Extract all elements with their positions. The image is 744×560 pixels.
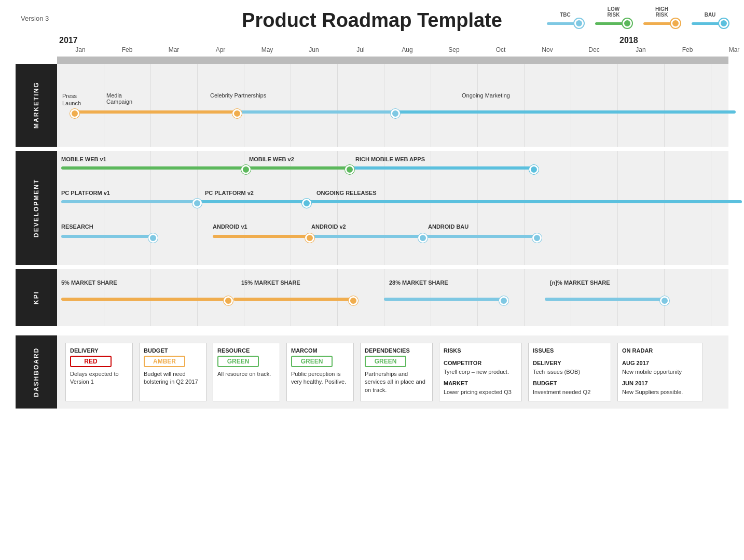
section-development-label: DEVELOPMENT xyxy=(16,151,57,265)
budget-title: BUDGET xyxy=(144,347,202,354)
pc-v2-label: PC PLATFORM v2 xyxy=(205,190,254,196)
risk-2-text: Lower pricing expected Q3 xyxy=(444,388,517,396)
issue-2-text: Investment needed Q2 xyxy=(533,388,607,396)
mobile-web-v2-bar xyxy=(245,166,349,170)
issues-card: ISSUES DELIVERY Tech issues (BOB) BUDGET… xyxy=(528,343,611,401)
marcom-text: Public perception is very healthy. Posit… xyxy=(291,370,349,386)
mobile-web-v1-label: MOBILE WEB v1 xyxy=(61,156,106,162)
radar-1-text: New mobile opportunity xyxy=(622,368,698,376)
budget-card: BUDGET AMBER Budget will need bolstering… xyxy=(139,343,206,401)
dot-press-launch xyxy=(70,109,79,118)
dependencies-card: DEPENDENCIES GREEN Partnerships and serv… xyxy=(360,343,433,401)
media-campaign-label: MediaCampaign xyxy=(106,92,132,105)
legend-high-risk-label: HIGHRISK xyxy=(655,6,668,18)
research-label: RESEARCH xyxy=(61,223,93,230)
legend-tbc: TBC xyxy=(547,12,584,28)
radar-2-text: New Suppliers possible. xyxy=(622,388,698,396)
ongoing-bar xyxy=(393,110,736,114)
risk-item-1: COMPETITOR Tyrell corp – new product. xyxy=(444,360,517,376)
android-v1-label: ANDROID v1 xyxy=(213,223,247,230)
dot-pc-v1-end xyxy=(192,199,202,208)
legend-bau: BAU xyxy=(692,12,728,28)
legend: TBC LOWRISK HIGHRISK BAU xyxy=(547,6,728,28)
onradar-title: ON RADAR xyxy=(622,347,698,354)
resource-card: RESOURCE GREEN All resource on track. xyxy=(213,343,280,401)
issue-item-1: DELIVERY Tech issues (BOB) xyxy=(533,360,607,376)
year-2018: 2018 xyxy=(617,36,744,45)
mobile-web-v2-label: MOBILE WEB v2 xyxy=(249,156,294,162)
issue-2-title: BUDGET xyxy=(533,380,607,386)
dot-kpi-5pct xyxy=(224,296,233,305)
rich-mobile-bar xyxy=(349,166,533,170)
month-nov17: Nov xyxy=(524,45,571,54)
dashboard-content: DELIVERY RED Delays expected to Version … xyxy=(57,335,728,409)
dot-kpi-15pct xyxy=(349,296,358,305)
research-bar xyxy=(61,235,152,238)
dot-kpi-28pct xyxy=(499,296,508,305)
month-jan17: Jan xyxy=(57,45,104,54)
kpi-5pct-label: 5% MARKET SHARE xyxy=(61,279,117,286)
resource-text: All resource on track. xyxy=(217,370,275,378)
pc-v1-bar xyxy=(61,200,196,203)
risks-card: RISKS COMPETITOR Tyrell corp – new produ… xyxy=(439,343,522,401)
month-oct17: Oct xyxy=(477,45,524,54)
dot-android-v1-end xyxy=(305,233,314,243)
month-jun17: Jun xyxy=(291,45,337,54)
dependencies-title: DEPENDENCIES xyxy=(365,347,428,354)
pc-v2-bar xyxy=(197,200,306,203)
month-apr17: Apr xyxy=(197,45,244,54)
section-kpi-label: KPI xyxy=(16,269,57,326)
month-aug17: Aug xyxy=(384,45,431,54)
kpi-5pct-bar xyxy=(61,298,227,301)
ongoing-releases-bar xyxy=(306,200,742,203)
issues-title: ISSUES xyxy=(533,347,607,354)
year-2017: 2017 xyxy=(57,36,617,45)
radar-1-title: AUG 2017 xyxy=(622,360,698,366)
resource-status: GREEN xyxy=(217,356,259,367)
kpi-28pct-label: 28% MARKET SHARE xyxy=(389,279,448,286)
month-feb18: Feb xyxy=(664,45,711,54)
version-label: Version 3 xyxy=(21,15,49,22)
dot-pc-v2-end xyxy=(302,199,311,208)
celebrity-label: Celebrity Partnerships xyxy=(210,92,266,99)
radar-item-1: AUG 2017 New mobile opportunity xyxy=(622,360,698,376)
issue-item-2: BUDGET Investment needed Q2 xyxy=(533,380,607,396)
month-jul17: Jul xyxy=(337,45,384,54)
legend-bau-label: BAU xyxy=(705,12,716,18)
android-v1-bar xyxy=(213,235,309,238)
android-v2-label: ANDROID v2 xyxy=(311,223,346,230)
dot-kpi-npct xyxy=(660,296,669,305)
rich-mobile-label: RICH MOBILE WEB APPS xyxy=(355,156,425,162)
legend-low-risk: LOWRISK xyxy=(595,6,632,28)
dot-mobile-v2-end xyxy=(345,165,354,174)
kpi-npct-bar xyxy=(545,298,664,301)
radar-item-2: JUN 2017 New Suppliers possible. xyxy=(622,380,698,396)
marcom-card: MARCOM GREEN Public perception is very h… xyxy=(286,343,354,401)
dot-media-campaign-end xyxy=(232,109,242,118)
month-jan18: Jan xyxy=(617,45,664,54)
pc-v1-label: PC PLATFORM v1 xyxy=(61,190,110,196)
risk-1-text: Tyrell corp – new product. xyxy=(444,368,517,376)
android-bau-label: ANDROID BAU xyxy=(428,223,469,230)
section-marketing-label: MARKETING xyxy=(16,64,57,147)
delivery-status: RED xyxy=(70,356,112,367)
dot-celebrity-end xyxy=(391,109,400,118)
dashboard-label: DASHBOARD xyxy=(16,335,57,409)
media-campaign-bar xyxy=(70,110,236,114)
legend-tbc-label: TBC xyxy=(560,12,571,18)
dashboard-row: DASHBOARD DELIVERY RED Delays expected t… xyxy=(16,335,728,409)
dependencies-status: GREEN xyxy=(365,356,406,367)
budget-text: Budget will need bolstering in Q2 2017 xyxy=(144,370,202,386)
month-dec17: Dec xyxy=(571,45,617,54)
month-mar18: Mar xyxy=(711,45,744,54)
radar-2-title: JUN 2017 xyxy=(622,380,698,386)
ongoing-marketing-label: Ongoing Marketing xyxy=(462,92,510,99)
dot-android-v2-end xyxy=(418,233,428,243)
dot-mobile-v1-end xyxy=(241,165,251,174)
marcom-title: MARCOM xyxy=(291,347,349,354)
month-may17: May xyxy=(244,45,291,54)
press-launch-label: PressLaunch xyxy=(62,92,81,107)
kpi-npct-label: [n]% MARKET SHARE xyxy=(550,279,610,286)
dot-rich-mobile-end xyxy=(529,165,539,174)
dependencies-text: Partnerships and services all in place a… xyxy=(365,370,428,394)
